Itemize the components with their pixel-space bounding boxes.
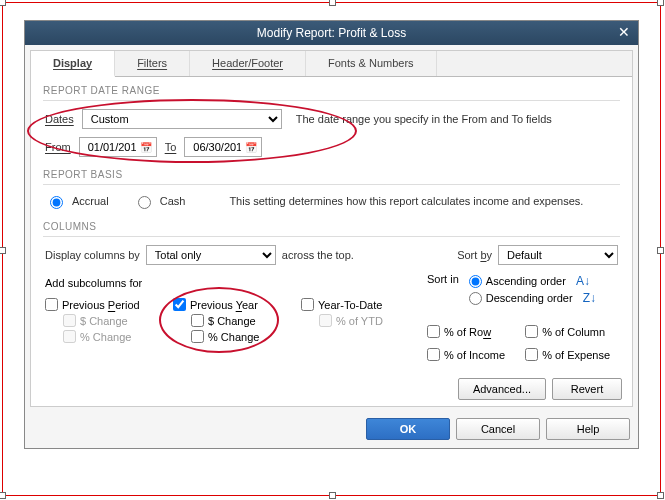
display-columns-by-label: Display columns by: [45, 249, 140, 261]
section-columns: COLUMNS: [31, 213, 632, 232]
py-pct-change-checkbox[interactable]: [191, 330, 204, 343]
ascending-radio-label[interactable]: Ascending orderA↓: [469, 274, 596, 288]
pp-pct-change-checkbox: [63, 330, 76, 343]
tab-header-footer[interactable]: Header/Footer: [190, 51, 306, 76]
pct-of-expense-checkbox[interactable]: [525, 348, 538, 361]
pct-of-ytd-checkbox: [319, 314, 332, 327]
sort-by-select[interactable]: Default: [498, 245, 618, 265]
date-range-hint: The date range you specify in the From a…: [296, 113, 552, 125]
display-columns-by-select[interactable]: Total only: [146, 245, 276, 265]
revert-button[interactable]: Revert: [552, 378, 622, 400]
from-date-field[interactable]: 📅: [79, 137, 157, 157]
cash-radio-label[interactable]: Cash: [133, 193, 186, 209]
previous-period-label: Previous Period: [62, 299, 140, 311]
calendar-icon[interactable]: 📅: [245, 142, 257, 153]
pct-of-row-checkbox[interactable]: [427, 325, 440, 338]
dates-label: Dates: [45, 113, 74, 125]
descending-radio[interactable]: [469, 292, 482, 305]
from-date-input[interactable]: [84, 139, 140, 155]
basis-hint: This setting determines how this report …: [229, 195, 583, 207]
previous-year-label: Previous Year: [190, 299, 258, 311]
titlebar: Modify Report: Profit & Loss ✕: [25, 21, 638, 45]
help-button[interactable]: Help: [546, 418, 630, 440]
sort-in-label: Sort in: [427, 271, 459, 285]
add-subcolumns-label: Add subcolumns for: [45, 277, 401, 289]
to-label: To: [165, 141, 177, 153]
from-label: From: [45, 141, 71, 153]
ascending-radio[interactable]: [469, 275, 482, 288]
previous-period-checkbox[interactable]: [45, 298, 58, 311]
pct-of-column-checkbox[interactable]: [525, 325, 538, 338]
sort-by-label: Sort by: [457, 249, 492, 261]
advanced-button[interactable]: Advanced...: [458, 378, 546, 400]
close-icon[interactable]: ✕: [618, 24, 630, 40]
pct-of-income-checkbox[interactable]: [427, 348, 440, 361]
tab-filters[interactable]: Filters: [115, 51, 190, 76]
accrual-radio-label[interactable]: Accrual: [45, 193, 109, 209]
accrual-radio[interactable]: [50, 196, 63, 209]
ytd-checkbox[interactable]: [301, 298, 314, 311]
tab-fonts-numbers[interactable]: Fonts & Numbers: [306, 51, 437, 76]
across-top-label: across the top.: [282, 249, 354, 261]
py-dollar-change-checkbox[interactable]: [191, 314, 204, 327]
pp-dollar-change-checkbox: [63, 314, 76, 327]
sort-asc-icon: A↓: [576, 274, 590, 288]
sort-desc-icon: Z↓: [583, 291, 596, 305]
cancel-button[interactable]: Cancel: [456, 418, 540, 440]
dates-select[interactable]: Custom: [82, 109, 282, 129]
cash-radio[interactable]: [138, 196, 151, 209]
pct-of-row-label: % of Row: [444, 326, 491, 338]
tab-display[interactable]: Display: [31, 51, 115, 77]
tabs: Display Filters Header/Footer Fonts & Nu…: [31, 51, 632, 77]
descending-radio-label[interactable]: Descending orderZ↓: [469, 291, 596, 305]
calendar-icon[interactable]: 📅: [140, 142, 152, 153]
to-date-input[interactable]: [189, 139, 245, 155]
section-date-range: REPORT DATE RANGE: [31, 77, 632, 96]
dialog-footer: OK Cancel Help: [25, 412, 638, 448]
to-date-field[interactable]: 📅: [184, 137, 262, 157]
section-report-basis: REPORT BASIS: [31, 161, 632, 180]
window-title: Modify Report: Profit & Loss: [257, 26, 406, 40]
modify-report-dialog: Modify Report: Profit & Loss ✕ Display F…: [24, 20, 639, 449]
previous-year-checkbox[interactable]: [173, 298, 186, 311]
ok-button[interactable]: OK: [366, 418, 450, 440]
